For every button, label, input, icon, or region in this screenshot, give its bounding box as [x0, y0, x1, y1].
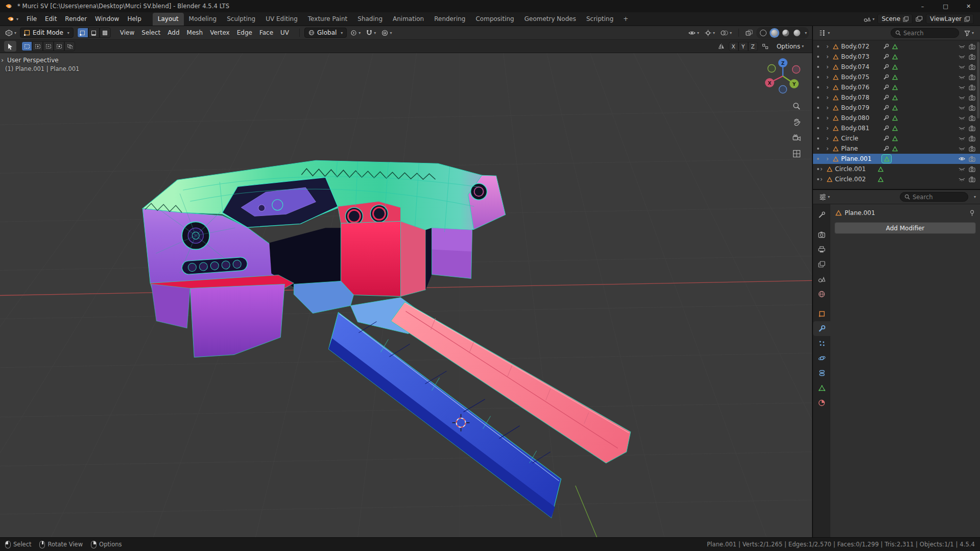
shading-material-button[interactable]	[781, 28, 791, 38]
visibility-toggle[interactable]	[957, 136, 967, 141]
maximize-button[interactable]: □	[934, 0, 957, 12]
vertex-select-mode-button[interactable]	[77, 28, 88, 38]
tab-object-data[interactable]	[813, 380, 830, 395]
pin-icon[interactable]	[969, 210, 975, 217]
outliner-row[interactable]: › Body.080	[813, 113, 980, 123]
select-extend-mode-button[interactable]	[32, 41, 43, 51]
tab-constraints[interactable]	[813, 366, 830, 380]
expand-caret-icon[interactable]: ›	[826, 145, 831, 152]
render-visibility-camera-icon[interactable]	[967, 54, 977, 60]
outliner-row[interactable]: › Circle.001	[813, 164, 980, 174]
viewport-menu-item[interactable]: Face	[256, 28, 277, 38]
xray-toggle[interactable]	[744, 29, 755, 37]
visibility-toggle[interactable]	[957, 95, 967, 100]
expand-caret-icon[interactable]: ›	[826, 125, 831, 132]
render-visibility-camera-icon[interactable]	[967, 156, 977, 162]
active-tool-select-box-icon[interactable]	[4, 41, 16, 52]
snap-magnet-toggle[interactable]: ▾	[364, 29, 378, 37]
visibility-toggle[interactable]	[957, 147, 967, 151]
proportional-editing-toggle[interactable]: ▾	[379, 29, 394, 37]
viewport-menu-item[interactable]: Select	[138, 28, 164, 38]
face-select-mode-button[interactable]	[100, 28, 111, 38]
outliner-search-input[interactable]	[903, 30, 954, 37]
viewport-menu-item[interactable]: Mesh	[183, 28, 207, 38]
expand-caret-icon[interactable]: ›	[826, 63, 831, 70]
outliner-row[interactable]: › Plane.001	[813, 154, 980, 164]
workspace-tab[interactable]: Compositing	[470, 13, 519, 26]
mode-select-dropdown[interactable]: Edit Mode ▾	[20, 28, 74, 38]
editor-type-outliner-icon[interactable]: ▾	[817, 29, 832, 37]
viewport-canvas[interactable]: › User Perspective (1) Plane.001 | Plane…	[0, 53, 812, 537]
tab-output[interactable]	[813, 242, 830, 257]
visibility-toggle[interactable]	[957, 55, 967, 59]
expand-caret-icon[interactable]: ›	[826, 104, 831, 111]
workspace-tab[interactable]: Animation	[388, 13, 429, 26]
expand-caret-icon[interactable]: ›	[826, 94, 831, 101]
render-visibility-camera-icon[interactable]	[967, 115, 977, 121]
outliner-row[interactable]: › Body.081	[813, 123, 980, 133]
zoom-button[interactable]	[792, 101, 802, 111]
viewport-menu-item[interactable]: UV	[277, 28, 293, 38]
workspace-tab[interactable]: Layout	[153, 13, 184, 26]
visibility-toggle[interactable]	[957, 85, 967, 90]
menu-item[interactable]: Help	[123, 14, 145, 24]
shading-dropdown[interactable]: ▾	[805, 31, 807, 35]
tool-options-dropdown[interactable]: Options ▾	[773, 42, 808, 51]
expand-caret-icon[interactable]: ›	[826, 74, 831, 81]
shading-rendered-button[interactable]	[792, 28, 802, 38]
tab-material[interactable]	[813, 395, 830, 410]
outliner-row[interactable]: › Body.074	[813, 62, 980, 72]
tab-tool[interactable]	[813, 207, 830, 222]
workspace-tab[interactable]: Scripting	[581, 13, 618, 26]
shading-wireframe-button[interactable]	[758, 28, 768, 38]
expand-caret-icon[interactable]: ›	[826, 53, 831, 60]
scene-browse-icon[interactable]: ▾	[864, 16, 874, 22]
render-visibility-camera-icon[interactable]	[967, 105, 977, 111]
render-visibility-camera-icon[interactable]	[967, 64, 977, 70]
viewport-menu-item[interactable]: View	[116, 28, 138, 38]
camera-view-button[interactable]	[792, 133, 802, 143]
toggle-ortho-grid-button[interactable]	[792, 149, 802, 159]
workspace-tab[interactable]: Shading	[352, 13, 388, 26]
outliner-row[interactable]: › Body.073	[813, 52, 980, 62]
outliner-row[interactable]: › Circle.002	[813, 174, 980, 184]
snap-individual-icon[interactable]	[760, 42, 771, 51]
tab-view-layer[interactable]	[813, 257, 830, 272]
visibility-toggle[interactable]	[957, 167, 967, 172]
outliner-row[interactable]: › Body.079	[813, 103, 980, 113]
shading-solid-button[interactable]	[770, 28, 779, 38]
render-visibility-camera-icon[interactable]	[967, 146, 977, 152]
visibility-toggle[interactable]	[957, 177, 967, 182]
visibility-toggle[interactable]	[957, 44, 967, 49]
expand-caret-icon[interactable]: ›	[826, 135, 831, 142]
outliner-row[interactable]: › Plane	[813, 143, 980, 154]
workspace-tab[interactable]: Sculpting	[222, 13, 260, 26]
workspace-tab[interactable]: Texture Paint	[303, 13, 352, 26]
blender-app-menu-button[interactable]: ▾	[4, 15, 21, 23]
select-set-mode-button[interactable]	[21, 41, 32, 51]
viewport-menu-item[interactable]: Vertex	[206, 28, 233, 38]
outliner-search[interactable]	[891, 28, 959, 38]
visibility-toggle[interactable]	[957, 106, 967, 110]
render-visibility-camera-icon[interactable]	[967, 84, 977, 90]
select-intersect-mode-button[interactable]	[64, 41, 75, 51]
tab-scene[interactable]	[813, 272, 830, 286]
tab-particles[interactable]	[813, 336, 830, 351]
outliner-row[interactable]: › Circle	[813, 133, 980, 143]
render-visibility-camera-icon[interactable]	[967, 176, 977, 182]
outliner-row[interactable]: › Body.075	[813, 72, 980, 82]
expand-caret-icon[interactable]: ›	[826, 43, 831, 50]
menu-item[interactable]: File	[22, 14, 41, 24]
outliner-row[interactable]: › Body.076	[813, 82, 980, 92]
render-visibility-camera-icon[interactable]	[967, 43, 977, 50]
properties-search[interactable]	[900, 192, 968, 202]
navigation-gizmo[interactable]: X Y Z	[762, 55, 804, 97]
minimize-button[interactable]: –	[911, 0, 934, 12]
render-visibility-camera-icon[interactable]	[967, 125, 977, 131]
toolbar-expand-caret[interactable]: ›	[1, 56, 4, 64]
visibility-toggle[interactable]	[957, 126, 967, 131]
outliner-row[interactable]: › Body.072	[813, 41, 980, 52]
overlays-dropdown[interactable]: ▾	[719, 29, 734, 37]
render-visibility-camera-icon[interactable]	[967, 94, 977, 101]
properties-filter-dropdown[interactable]: ▾	[974, 195, 976, 199]
